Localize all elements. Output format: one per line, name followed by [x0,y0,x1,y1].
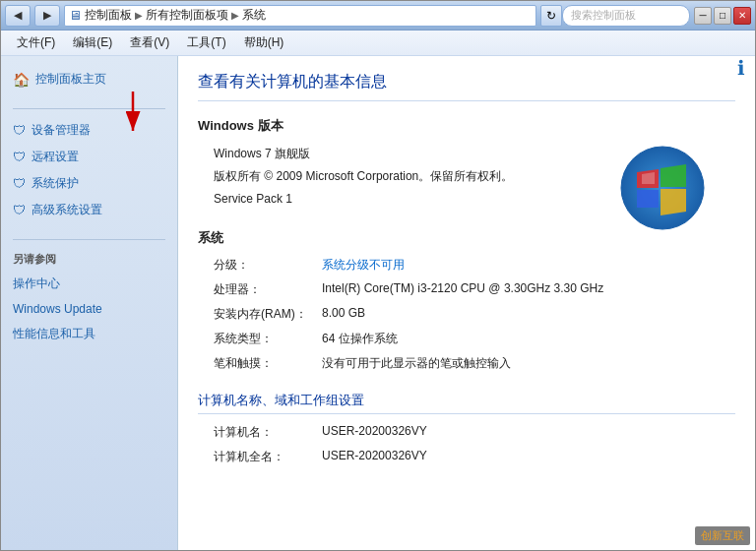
main-area: 🏠 控制面板主页 🛡 设备管理器 🛡 远程设置 🛡 系统保护 [1,56,755,550]
address-bar[interactable]: 🖥 控制面板 ▶ 所有控制面板项 ▶ 系统 [64,5,536,27]
sidebar-divider-2 [13,239,165,240]
home-icon: 🏠 [13,72,30,88]
close-button[interactable]: ✕ [733,7,751,25]
address-bar-icon: 🖥 [69,8,82,23]
svg-point-0 [621,147,704,229]
system-info-table: 分级： 系统分级不可用 处理器： Intel(R) Core(TM) i3-21… [214,257,735,372]
menu-bar: 文件(F) 编辑(E) 查看(V) 工具(T) 帮助(H) [1,31,755,56]
computer-fullname-label: 计算机全名： [214,449,322,465]
sidebar-also-see-title: 另请参阅 [1,248,177,271]
address-sep-1: ▶ [135,10,143,21]
address-segment-1: 控制面板 [85,7,132,24]
menu-tools[interactable]: 工具(T) [179,32,233,53]
computer-name-section: 计算机名称、域和工作组设置 计算机名： USER-20200326VY 计算机全… [198,392,735,465]
minimize-button[interactable]: ─ [694,7,712,25]
processor-value: Intel(R) Core(TM) i3-2120 CPU @ 3.30GHz … [322,281,735,295]
address-segment-2: 所有控制面板项 [146,7,228,24]
sidebar-item-protection[interactable]: 🛡 系统保护 [1,170,177,197]
sidebar: 🏠 控制面板主页 🛡 设备管理器 🛡 远程设置 🛡 系统保护 [1,56,178,550]
refresh-button[interactable]: ↻ [540,5,562,27]
computer-name-table: 计算机名： USER-20200326VY 计算机全名： USER-202003… [214,424,735,465]
system-section: 系统 分级： 系统分级不可用 处理器： Intel(R) Core(TM) i3… [198,229,735,372]
rating-value[interactable]: 系统分级不可用 [322,257,735,274]
remote-icon: 🛡 [13,150,26,164]
sidebar-item-action-center[interactable]: 操作中心 [1,271,177,297]
computer-name-value: USER-20200326VY [322,424,735,438]
device-manager-icon: 🛡 [13,123,26,138]
table-row: 分级： 系统分级不可用 [214,257,735,274]
menu-help[interactable]: 帮助(H) [236,32,292,53]
menu-view[interactable]: 查看(V) [122,32,177,53]
system-type-value: 64 位操作系统 [322,331,735,347]
computer-name-label: 计算机名： [214,424,322,441]
ram-value: 8.00 GB [322,306,735,320]
windows-version-block: Windows 7 旗舰版 版权所有 © 2009 Microsoft Corp… [214,145,735,210]
window-controls: ─ □ ✕ [694,7,751,25]
sidebar-item-remote[interactable]: 🛡 远程设置 [1,144,177,170]
address-sep-2: ▶ [231,10,239,21]
search-placeholder: 搜索控制面板 [571,8,636,23]
nav-buttons: ◀ ▶ [5,5,60,27]
table-row: 计算机名： USER-20200326VY [214,424,735,441]
search-box[interactable]: 搜索控制面板 [562,5,690,27]
pen-touch-value: 没有可用于此显示器的笔或触控输入 [322,355,735,372]
ram-label: 安装内存(RAM)： [214,306,322,323]
sidebar-item-windows-update[interactable]: Windows Update [1,297,177,321]
address-segment-3: 系统 [242,7,266,24]
sidebar-main-section: 🏠 控制面板主页 [1,66,177,92]
pen-touch-label: 笔和触摸： [214,355,322,372]
title-bar: ◀ ▶ 🖥 控制面板 ▶ 所有控制面板项 ▶ 系统 ↻ 搜索控制面板 ─ [1,1,755,31]
menu-file[interactable]: 文件(F) [9,32,63,53]
protection-icon: 🛡 [13,176,26,191]
processor-label: 处理器： [214,281,322,298]
table-row: 系统类型： 64 位操作系统 [214,331,735,347]
windows-logo-area [619,145,706,234]
computer-fullname-value: USER-20200326VY [322,449,735,462]
windows-logo [619,145,706,231]
rating-label: 分级： [214,257,322,274]
page-title: 查看有关计算机的基本信息 [198,72,735,101]
table-row: 笔和触摸： 没有可用于此显示器的笔或触控输入 [214,355,735,372]
main-window: ◀ ▶ 🖥 控制面板 ▶ 所有控制面板项 ▶ 系统 ↻ 搜索控制面板 ─ [0,0,756,551]
sidebar-also-see-section: 另请参阅 操作中心 Windows Update 性能信息和工具 [1,248,177,347]
advanced-icon: 🛡 [13,203,26,217]
sidebar-divider-1 [13,108,165,109]
sidebar-item-home[interactable]: 🏠 控制面板主页 [1,66,177,92]
system-type-label: 系统类型： [214,331,322,347]
watermark: 创新互联 [695,526,750,545]
computer-name-heading: 计算机名称、域和工作组设置 [198,392,735,414]
forward-button[interactable]: ▶ [34,5,60,27]
sidebar-item-performance[interactable]: 性能信息和工具 [1,321,177,347]
sidebar-item-device-manager[interactable]: 🛡 设备管理器 [1,117,177,144]
back-button[interactable]: ◀ [5,5,31,27]
table-row: 计算机全名： USER-20200326VY [214,449,735,465]
content-panel: ℹ 查看有关计算机的基本信息 Windows 版本 [178,56,755,550]
maximize-button[interactable]: □ [714,7,731,25]
info-icon: ℹ [737,56,745,80]
windows-version-heading: Windows 版本 [198,117,735,135]
menu-edit[interactable]: 编辑(E) [65,32,120,53]
table-row: 安装内存(RAM)： 8.00 GB [214,306,735,323]
sidebar-links-section: 🛡 设备管理器 🛡 远程设置 🛡 系统保护 🛡 高级系统设置 [1,117,177,223]
table-row: 处理器： Intel(R) Core(TM) i3-2120 CPU @ 3.3… [214,281,735,298]
sidebar-item-advanced[interactable]: 🛡 高级系统设置 [1,197,177,223]
